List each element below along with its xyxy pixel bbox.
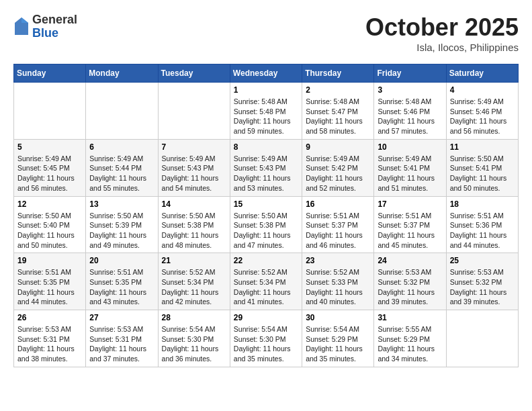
calendar-day-cell: 14Sunrise: 5:50 AMSunset: 5:38 PMDayligh… [158, 196, 230, 253]
day-info: Sunrise: 5:51 AMSunset: 5:37 PMDaylight:… [378, 211, 442, 250]
day-number: 16 [306, 199, 370, 209]
day-info: Sunrise: 5:51 AMSunset: 5:35 PMDaylight:… [17, 267, 82, 307]
calendar-week-row: 19Sunrise: 5:51 AMSunset: 5:35 PMDayligh… [14, 253, 519, 310]
day-number: 10 [378, 142, 442, 152]
day-number: 7 [162, 142, 226, 152]
day-of-week-header: Monday [86, 64, 158, 83]
calendar-day-cell: 17Sunrise: 5:51 AMSunset: 5:37 PMDayligh… [374, 196, 446, 253]
logo-icon [13, 16, 30, 38]
calendar-day-cell: 11Sunrise: 5:50 AMSunset: 5:41 PMDayligh… [446, 139, 518, 196]
day-info: Sunrise: 5:50 AMSunset: 5:38 PMDaylight:… [162, 211, 226, 250]
day-number: 12 [17, 199, 82, 209]
day-number: 13 [89, 199, 154, 209]
month-title: October 2025 [365, 13, 519, 42]
day-number: 1 [234, 85, 298, 95]
day-number: 20 [89, 256, 154, 265]
day-number: 6 [89, 142, 154, 152]
day-number: 19 [17, 256, 82, 265]
day-info: Sunrise: 5:53 AMSunset: 5:32 PMDaylight:… [378, 267, 442, 307]
day-of-week-header: Thursday [302, 64, 374, 83]
day-info: Sunrise: 5:50 AMSunset: 5:38 PMDaylight:… [234, 211, 298, 250]
day-info: Sunrise: 5:49 AMSunset: 5:46 PMDaylight:… [450, 97, 515, 136]
calendar-day-cell: 13Sunrise: 5:50 AMSunset: 5:39 PMDayligh… [86, 196, 158, 253]
title-block: October 2025 Isla, Ilocos, Philippines [365, 13, 519, 53]
day-number: 3 [378, 85, 442, 95]
day-info: Sunrise: 5:53 AMSunset: 5:32 PMDaylight:… [450, 267, 515, 307]
day-info: Sunrise: 5:49 AMSunset: 5:44 PMDaylight:… [89, 154, 154, 193]
day-info: Sunrise: 5:51 AMSunset: 5:37 PMDaylight:… [306, 211, 370, 250]
calendar-day-cell [86, 83, 158, 140]
calendar-week-row: 12Sunrise: 5:50 AMSunset: 5:40 PMDayligh… [14, 196, 519, 253]
calendar-body: 1Sunrise: 5:48 AMSunset: 5:48 PMDaylight… [14, 83, 519, 367]
logo: General Blue [13, 13, 77, 40]
location: Isla, Ilocos, Philippines [365, 42, 519, 53]
day-number: 5 [17, 142, 82, 152]
day-number: 24 [378, 256, 442, 265]
calendar-day-cell: 29Sunrise: 5:54 AMSunset: 5:30 PMDayligh… [230, 310, 302, 367]
calendar-day-cell: 20Sunrise: 5:51 AMSunset: 5:35 PMDayligh… [86, 253, 158, 310]
calendar-day-cell: 1Sunrise: 5:48 AMSunset: 5:48 PMDaylight… [230, 83, 302, 140]
day-info: Sunrise: 5:52 AMSunset: 5:34 PMDaylight:… [234, 267, 298, 307]
calendar-day-cell: 3Sunrise: 5:48 AMSunset: 5:46 PMDaylight… [374, 83, 446, 140]
day-info: Sunrise: 5:51 AMSunset: 5:35 PMDaylight:… [89, 267, 154, 307]
calendar-day-cell: 15Sunrise: 5:50 AMSunset: 5:38 PMDayligh… [230, 196, 302, 253]
calendar-day-cell [158, 83, 230, 140]
calendar-week-row: 26Sunrise: 5:53 AMSunset: 5:31 PMDayligh… [14, 310, 519, 367]
calendar-day-cell: 19Sunrise: 5:51 AMSunset: 5:35 PMDayligh… [14, 253, 86, 310]
day-of-week-header: Friday [374, 64, 446, 83]
day-number: 23 [306, 256, 370, 265]
day-number: 15 [234, 199, 298, 209]
day-number: 17 [378, 199, 442, 209]
day-number: 26 [17, 313, 82, 322]
day-info: Sunrise: 5:53 AMSunset: 5:31 PMDaylight:… [89, 324, 154, 364]
day-number: 28 [162, 313, 226, 322]
days-of-week-row: SundayMondayTuesdayWednesdayThursdayFrid… [14, 64, 519, 83]
day-number: 9 [306, 142, 370, 152]
day-number: 31 [378, 313, 442, 322]
day-number: 27 [89, 313, 154, 322]
day-info: Sunrise: 5:49 AMSunset: 5:41 PMDaylight:… [378, 154, 442, 193]
day-info: Sunrise: 5:49 AMSunset: 5:43 PMDaylight:… [234, 154, 298, 193]
calendar-day-cell: 25Sunrise: 5:53 AMSunset: 5:32 PMDayligh… [446, 253, 518, 310]
day-number: 8 [234, 142, 298, 152]
calendar-table: SundayMondayTuesdayWednesdayThursdayFrid… [13, 64, 519, 367]
calendar-day-cell: 5Sunrise: 5:49 AMSunset: 5:45 PMDaylight… [14, 139, 86, 196]
logo-blue: Blue [32, 27, 77, 40]
calendar-day-cell: 30Sunrise: 5:54 AMSunset: 5:29 PMDayligh… [302, 310, 374, 367]
calendar-day-cell: 23Sunrise: 5:52 AMSunset: 5:33 PMDayligh… [302, 253, 374, 310]
calendar-day-cell: 18Sunrise: 5:51 AMSunset: 5:36 PMDayligh… [446, 196, 518, 253]
day-number: 4 [450, 85, 515, 95]
day-info: Sunrise: 5:48 AMSunset: 5:46 PMDaylight:… [378, 97, 442, 136]
logo-general: General [32, 13, 77, 27]
calendar-day-cell: 26Sunrise: 5:53 AMSunset: 5:31 PMDayligh… [14, 310, 86, 367]
calendar-day-cell: 27Sunrise: 5:53 AMSunset: 5:31 PMDayligh… [86, 310, 158, 367]
calendar-day-cell: 16Sunrise: 5:51 AMSunset: 5:37 PMDayligh… [302, 196, 374, 253]
calendar-day-cell: 7Sunrise: 5:49 AMSunset: 5:43 PMDaylight… [158, 139, 230, 196]
calendar-day-cell: 9Sunrise: 5:49 AMSunset: 5:42 PMDaylight… [302, 139, 374, 196]
day-info: Sunrise: 5:53 AMSunset: 5:31 PMDaylight:… [17, 324, 82, 364]
day-number: 2 [306, 85, 370, 95]
calendar-day-cell: 2Sunrise: 5:48 AMSunset: 5:47 PMDaylight… [302, 83, 374, 140]
day-info: Sunrise: 5:55 AMSunset: 5:29 PMDaylight:… [378, 324, 442, 364]
day-number: 30 [306, 313, 370, 322]
day-number: 22 [234, 256, 298, 265]
calendar-day-cell: 10Sunrise: 5:49 AMSunset: 5:41 PMDayligh… [374, 139, 446, 196]
day-info: Sunrise: 5:49 AMSunset: 5:42 PMDaylight:… [306, 154, 370, 193]
day-info: Sunrise: 5:51 AMSunset: 5:36 PMDaylight:… [450, 211, 515, 250]
calendar-day-cell [14, 83, 86, 140]
calendar-day-cell: 4Sunrise: 5:49 AMSunset: 5:46 PMDaylight… [446, 83, 518, 140]
calendar-header: SundayMondayTuesdayWednesdayThursdayFrid… [14, 64, 519, 83]
day-info: Sunrise: 5:50 AMSunset: 5:41 PMDaylight:… [450, 154, 515, 193]
day-info: Sunrise: 5:50 AMSunset: 5:39 PMDaylight:… [89, 211, 154, 250]
day-info: Sunrise: 5:54 AMSunset: 5:30 PMDaylight:… [162, 324, 226, 364]
page-header: General Blue October 2025 Isla, Ilocos, … [13, 13, 519, 53]
day-number: 25 [450, 256, 515, 265]
calendar-day-cell: 6Sunrise: 5:49 AMSunset: 5:44 PMDaylight… [86, 139, 158, 196]
logo-text: General Blue [32, 13, 77, 40]
day-info: Sunrise: 5:54 AMSunset: 5:29 PMDaylight:… [306, 324, 370, 364]
calendar-day-cell: 28Sunrise: 5:54 AMSunset: 5:30 PMDayligh… [158, 310, 230, 367]
day-of-week-header: Saturday [446, 64, 518, 83]
calendar-day-cell: 21Sunrise: 5:52 AMSunset: 5:34 PMDayligh… [158, 253, 230, 310]
day-info: Sunrise: 5:54 AMSunset: 5:30 PMDaylight:… [234, 324, 298, 364]
calendar-day-cell: 24Sunrise: 5:53 AMSunset: 5:32 PMDayligh… [374, 253, 446, 310]
